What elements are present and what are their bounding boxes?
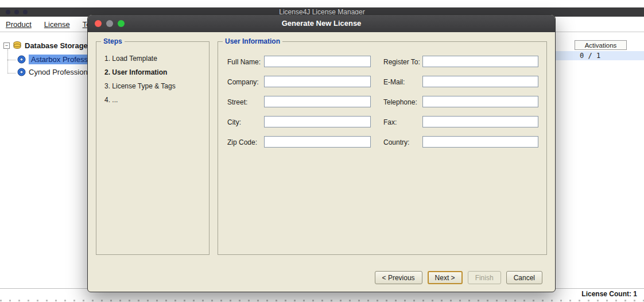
dialog-zoom-button[interactable] [118,20,125,27]
street-label: Street: [227,98,247,106]
window-zoom-button[interactable] [23,10,28,14]
dialog-titlebar[interactable]: Generate New License [88,15,555,32]
step-more: 4. ... [104,96,176,104]
step-user-information: 2. User Information [104,68,176,77]
country-label: Country: [383,138,409,146]
tree-root-label: Database Storage [25,41,88,50]
window-controls [6,10,28,14]
user-information-groupbox-label: User Information [223,37,282,45]
dialog-minimize-button[interactable] [106,20,113,27]
email-input[interactable] [422,76,538,87]
database-icon [13,41,22,50]
dialog-window-controls [95,20,125,27]
menu-item-license[interactable]: License [44,20,70,29]
step-load-template: 1. Load Template [104,55,176,63]
city-label: City: [227,118,241,126]
tree-item-label: Astarbox Profess [29,55,90,64]
window-close-button[interactable] [6,10,10,14]
dialog-button-bar: < Previous Next > Finish Cancel [375,271,542,284]
user-information-groupbox: User Information Full Name: Register To:… [218,41,547,255]
street-input[interactable] [264,96,371,107]
tree-connector-horizontal [7,73,15,73]
company-input[interactable] [264,76,371,87]
city-input[interactable] [264,116,371,127]
bottom-tick-marks [0,300,644,301]
tree-root-database-storage[interactable]: − Database Storage [3,41,88,50]
finish-button[interactable]: Finish [468,271,501,284]
fax-label: Fax: [383,118,397,126]
dialog-body: Steps 1. Load Template 2. User Informati… [88,32,555,292]
tree-connector-horizontal [7,60,15,60]
cancel-button[interactable]: Cancel [506,271,542,284]
register-to-input[interactable] [422,56,538,67]
steps-groupbox-label: Steps [101,37,125,45]
tree-item-cynod[interactable]: Cynod Profession [17,68,88,76]
full-name-input[interactable] [264,56,371,67]
product-icon [17,68,26,76]
generate-new-license-dialog: Generate New License Steps 1. Load Templ… [87,14,556,292]
tree-item-astarbox[interactable]: Astarbox Profess [17,55,90,64]
next-button[interactable]: Next > [428,271,463,284]
telephone-label: Telephone: [383,98,417,106]
product-icon [17,55,26,64]
activations-value-cell[interactable]: 0 / 1 [556,51,644,60]
company-label: Company: [227,78,259,86]
zip-code-label: Zip Code: [227,138,257,146]
license-count-label: License Count: 1 [581,290,637,298]
previous-button[interactable]: < Previous [375,271,422,284]
dialog-close-button[interactable] [95,20,102,27]
steps-groupbox: Steps 1. Load Template 2. User Informati… [96,41,210,255]
telephone-input[interactable] [422,96,538,107]
zip-code-input[interactable] [264,136,371,148]
country-input[interactable] [422,136,538,148]
register-to-label: Register To: [383,58,420,66]
tree-item-label: Cynod Profession [29,68,88,76]
dialog-title: Generate New License [282,19,362,28]
step-license-type-tags: 3. License Type & Tags [104,82,176,91]
window-minimize-button[interactable] [14,10,19,14]
steps-list: 1. Load Template 2. User Information 3. … [104,55,176,110]
menu-item-product[interactable]: Product [6,20,32,29]
tree-connector-vertical [7,49,8,73]
fax-input[interactable] [422,116,538,127]
activations-column-header[interactable]: Activations [575,40,627,50]
email-label: E-Mail: [383,78,405,86]
tree-expander-icon[interactable]: − [3,42,10,49]
full-name-label: Full Name: [227,58,261,66]
